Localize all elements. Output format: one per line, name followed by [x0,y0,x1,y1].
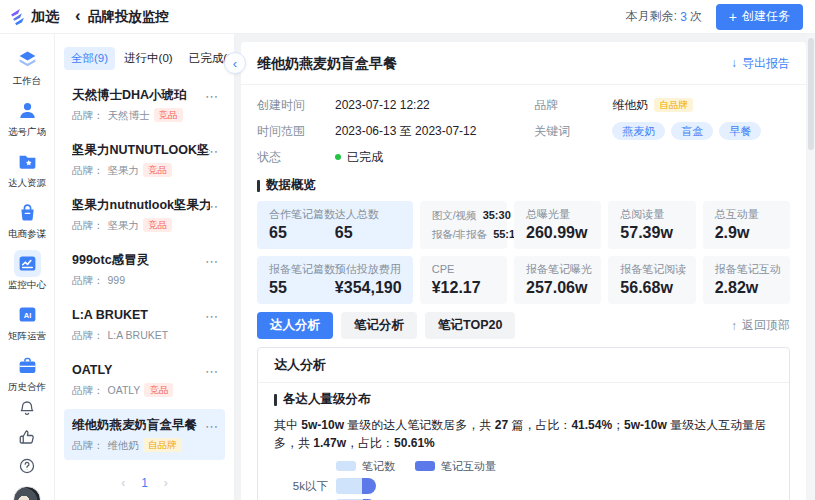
next-page-icon[interactable]: › [164,476,168,490]
influencer-analysis-card: 达人分析 各达人量级分布 其中 5w-10w 量级的达人笔记数居多，共 27 篇… [257,347,790,500]
own-brand-badge: 自品牌 [143,438,182,452]
info-created: 创建时间 2023-07-12 12:22 [257,96,534,114]
breadcrumb: ‹ 品牌投放监控 [75,8,169,26]
analysis-tabs: 达人分析 笔记分析 笔记TOP20 ↑ 返回顶部 [241,304,806,339]
info-keywords: 关键词 燕麦奶 盲盒 早餐 [534,122,790,140]
legend-engagement[interactable]: 笔记互动量 [415,459,496,474]
more-actions-icon[interactable]: ⋯ [205,419,219,434]
brand-prefix: 品牌： [72,328,104,342]
task-list-item[interactable]: 天然博士DHA小琥珀 ⋯ 品牌： 天然博士 竞品 [64,79,225,130]
analysis-card-title: 达人分析 [258,348,789,383]
export-report-link[interactable]: ↓ 导出报告 [731,55,790,72]
brand-name: 维他奶 [612,97,648,114]
up-arrow-icon: ↑ [731,319,737,333]
more-actions-icon[interactable]: ⋯ [205,199,219,214]
stat-card-notes-influencers: 合作笔记篇数 65 达人总数 65 [257,201,413,249]
brand-name: L:A BRUKET [108,328,169,342]
stat-row-1: 合作笔记篇数 65 达人总数 65 图文/视频 35:30 [257,201,790,249]
topbar-actions: 本月剩余: 3 次 + 创建任务 [626,4,803,30]
sidebar-item-workbench[interactable]: 工作台 [0,42,54,93]
brand-name: 999 [108,273,126,287]
quota-label: 本月剩余: [626,8,677,25]
briefcase-icon [14,352,41,379]
own-brand-badge: 自品牌 [654,98,693,112]
stat-card-reads: 总阅读量 57.39w [608,201,695,249]
monthly-quota: 本月剩余: 3 次 [626,8,702,25]
scrollbar-thumb[interactable] [808,38,814,150]
prev-page-icon[interactable]: ‹ [121,476,125,490]
competitor-badge: 竞品 [154,108,183,122]
back-icon[interactable]: ‹ [75,7,81,24]
detail-area: ‹ 维他奶燕麦奶盲盒早餐 ↓ 导出报告 创建时间 2023-07-12 12:2… [235,34,815,500]
app-logo: 加选 [8,7,59,26]
competitor-badge: 竞品 [143,218,172,232]
keyword-tag: 燕麦奶 [612,122,665,140]
create-task-label: 创建任务 [742,8,790,25]
bar-engagement [362,478,376,494]
brand-name: 坚果力 [108,163,140,177]
ai-icon: AI [14,301,41,328]
task-list-item[interactable]: L:A BRUKET ⋯ 品牌： L:A BRUKET [64,299,225,350]
brand-prefix: 品牌： [72,438,104,452]
sidebar-item-matrix-operations[interactable]: AI 矩阵运营 [0,297,54,348]
tab-influencer-analysis[interactable]: 达人分析 [257,312,333,339]
keyword-tag: 盲盒 [671,122,713,140]
logo-icon [8,7,27,26]
tier-summary-text: 其中 5w-10w 量级的达人笔记数居多，共 27 篇，占比：41.54%；5w… [274,416,773,452]
main-layout: 工作台 选号广场 达人资源 电商参谋 [0,34,815,500]
competitor-badge: 竞品 [143,163,172,177]
tab-note-top20[interactable]: 笔记TOP20 [425,312,515,339]
more-actions-icon[interactable]: ⋯ [205,309,219,324]
sidebar-item-influencer-resources[interactable]: 达人资源 [0,144,54,195]
tab-note-analysis[interactable]: 笔记分析 [341,312,417,339]
sidebar-item-ecommerce-advisor[interactable]: 电商参谋 [0,195,54,246]
quota-value: 3 [680,10,687,24]
info-brand: 品牌 维他奶 自品牌 [534,96,790,114]
svg-text:AI: AI [23,311,30,320]
task-list-item[interactable]: 坚果力NUTNUTLOOK坚果力... ⋯ 品牌： 坚果力 竞品 [64,134,225,185]
folder-star-icon [14,148,41,175]
more-actions-icon[interactable]: ⋯ [205,144,219,159]
more-actions-icon[interactable]: ⋯ [205,89,219,104]
detail-header: 维他奶燕麦奶盲盒早餐 ↓ 导出报告 [241,42,806,85]
sidebar-item-selection-plaza[interactable]: 选号广场 [0,93,54,144]
user-avatar[interactable] [13,486,41,500]
workbench-icon [14,46,41,73]
notification-bell-icon[interactable] [18,399,36,417]
task-list-item-selected[interactable]: 维他奶燕麦奶盲盒早餐 ⋯ 品牌： 维他奶 自品牌 [64,409,225,460]
create-task-button[interactable]: + 创建任务 [716,4,803,30]
task-list-item[interactable]: OATLY ⋯ 品牌： OATLY 竞品 [64,354,225,405]
data-overview-section: 数据概览 合作笔记篇数 65 达人总数 65 [241,171,806,304]
tab-in-progress[interactable]: 进行中(0) [117,47,180,70]
section-title-tier-distribution: 各达人量级分布 [274,391,773,408]
task-list-item[interactable]: 999otc感冒灵 ⋯ 品牌： 999 [64,244,225,295]
stat-card-engagement: 总互动量 2.9w [703,201,790,249]
brand-name: 天然博士 [108,108,150,122]
tab-all[interactable]: 全部(9) [64,47,115,70]
sidebar-item-history-cooperation[interactable]: 历史合作 [0,348,54,399]
stat-card-reported-reads: 报备笔记阅读 56.68w [608,256,695,304]
pagination: ‹ 1 › [64,464,225,500]
sidebar-item-monitoring-center[interactable]: 监控中心 [0,246,54,297]
stat-row-2: 报备笔记篇数 55 预估投放费用 ¥354,190 CPE ¥12.17 [257,256,790,304]
stat-card-ratios: 图文/视频 35:30 报备/非报备 55:10 [420,201,507,249]
page-number[interactable]: 1 [141,476,148,490]
bar-notes [336,478,362,494]
more-actions-icon[interactable]: ⋯ [205,254,219,269]
keyword-tag: 早餐 [719,122,761,140]
sidebar-bottom-tools [13,399,41,500]
stat-card-exposure: 总曝光量 260.99w [514,201,601,249]
collapse-panel-button[interactable]: ‹ [224,52,246,74]
competitor-badge: 竞品 [144,383,173,397]
logo-text: 加选 [31,8,59,26]
more-actions-icon[interactable]: ⋯ [205,364,219,379]
help-icon[interactable] [18,457,36,475]
feedback-thumb-icon[interactable] [18,428,36,446]
back-to-top-link[interactable]: ↑ 返回顶部 [731,317,790,334]
quota-unit: 次 [690,8,702,25]
task-list-item[interactable]: 坚果力nutnutlook坚果力 ⋯ 品牌： 坚果力 竞品 [64,189,225,240]
task-list-panel: 全部(9) 进行中(0) 已完成(9) 天然博士DHA小琥珀 ⋯ 品牌： 天然博… [55,34,235,500]
legend-notes[interactable]: 笔记数 [336,459,395,474]
stat-card-reported-exposure: 报备笔记曝光 257.06w [514,256,601,304]
stat-card-reported-cost: 报备笔记篇数 55 预估投放费用 ¥354,190 [257,256,413,304]
